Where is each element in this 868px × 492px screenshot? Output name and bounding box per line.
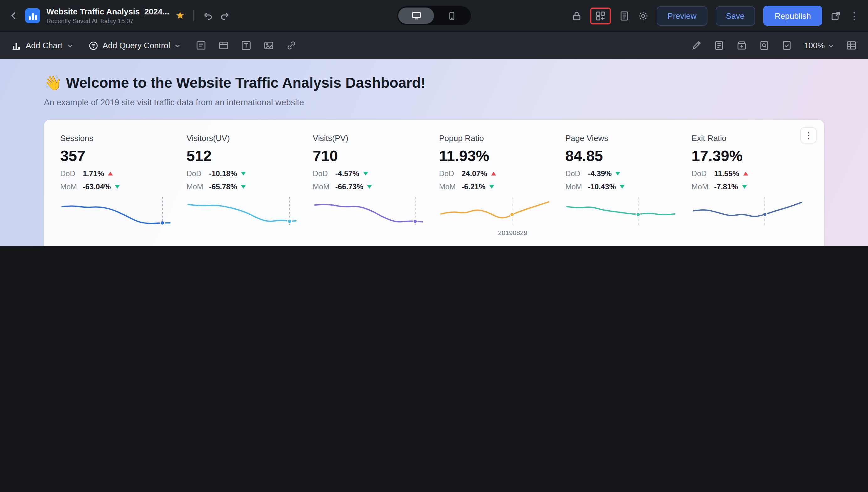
sparkline-date-annotation: 20190829 <box>498 229 527 236</box>
report-button[interactable] <box>714 40 724 51</box>
kpi-dod-row: DoD24.07% <box>439 169 565 178</box>
theme-button[interactable] <box>691 40 702 51</box>
kpi-card-menu-button[interactable]: ⋮ <box>800 127 817 144</box>
zoom-control[interactable]: 100% <box>804 41 835 50</box>
trend-up-icon <box>108 172 113 175</box>
grid-icon <box>846 40 857 51</box>
settings-button[interactable] <box>638 10 649 21</box>
kpi-card[interactable]: Sessions357DoD1.71%MoM-63.04% <box>60 133 187 240</box>
kpi-dod-row: DoD1.71% <box>60 169 187 178</box>
trend-down-icon <box>742 185 747 189</box>
chevron-down-icon <box>174 42 181 49</box>
lock-button[interactable] <box>572 10 582 21</box>
kpi-value: 84.85 <box>565 147 692 165</box>
text-icon <box>241 40 252 51</box>
mobile-mode-button[interactable] <box>434 7 470 24</box>
mom-value: -63.04% <box>83 182 111 191</box>
audit-button[interactable] <box>759 40 770 51</box>
mom-value: -10.43% <box>588 182 616 191</box>
mom-label: MoM <box>439 182 458 191</box>
link-icon <box>286 40 297 51</box>
media-card-icon <box>196 40 206 51</box>
dod-value: 11.55% <box>714 169 739 178</box>
kpi-mom-row: MoM-10.43% <box>565 182 692 191</box>
mom-label: MoM <box>691 182 710 191</box>
favorite-star-icon[interactable]: ★ <box>175 11 185 21</box>
kpi-label: Visits(PV) <box>313 133 439 143</box>
republish-button[interactable]: Republish <box>763 6 822 26</box>
kpi-sparkline <box>691 196 803 240</box>
preview-button[interactable]: Preview <box>657 6 707 25</box>
gear-icon <box>638 10 649 21</box>
add-chart-button[interactable]: Add Chart <box>11 41 73 50</box>
save-button[interactable]: Save <box>715 6 755 25</box>
phone-icon <box>447 11 456 20</box>
device-toggle[interactable] <box>397 6 471 25</box>
kpi-card[interactable]: Visitors(UV)512DoD-10.18%MoM-65.78% <box>187 133 313 240</box>
kpi-card[interactable]: Popup Ratio11.93%DoD24.07%MoM-6.21%20190… <box>439 133 565 240</box>
insert-tab-button[interactable] <box>218 40 229 51</box>
kpi-sparkline: 20190829 <box>439 196 550 240</box>
dod-value: 1.71% <box>83 169 104 178</box>
add-query-control-button[interactable]: Add Query Control <box>88 41 181 50</box>
kpi-mom-row: MoM-6.21% <box>439 182 565 191</box>
kpi-dod-row: DoD-4.39% <box>565 169 692 178</box>
grid-layout-button[interactable] <box>846 40 857 51</box>
dod-label: DoD <box>439 169 458 178</box>
chevron-down-icon <box>828 42 834 49</box>
mom-value: -65.78% <box>209 182 237 191</box>
welcome-title: 👋 Welcome to the Website Traffic Analysi… <box>44 59 824 92</box>
share-button[interactable] <box>830 10 841 21</box>
insert-link-button[interactable] <box>286 40 297 51</box>
notes-icon <box>714 40 724 51</box>
app-logo <box>25 8 40 23</box>
kpi-card[interactable]: Page Views84.85DoD-4.39%MoM-10.43% <box>565 133 692 240</box>
approve-button[interactable] <box>781 40 792 51</box>
divider <box>193 10 194 21</box>
bar-chart-icon <box>11 41 21 50</box>
kpi-grid: Sessions357DoD1.71%MoM-63.04%Visitors(UV… <box>60 133 818 240</box>
kpi-dod-row: DoD-10.18% <box>187 169 313 178</box>
kpi-mom-row: MoM-63.04% <box>60 182 187 191</box>
dod-value: -10.18% <box>209 169 237 178</box>
kpi-card[interactable]: Visits(PV)710DoD-4.57%MoM-66.73% <box>313 133 439 240</box>
top-bar: Website Traffic Analysis_2024... Recentl… <box>0 0 868 31</box>
dod-label: DoD <box>565 169 584 178</box>
kpi-dod-row: DoD11.55% <box>691 169 818 178</box>
trend-down-icon <box>241 172 246 175</box>
mom-value: -7.81% <box>714 182 738 191</box>
kpi-label: Popup Ratio <box>439 133 565 143</box>
kpi-label: Sessions <box>60 133 187 143</box>
insert-text-button[interactable] <box>241 40 252 51</box>
query-control-icon <box>88 41 98 50</box>
trend-down-icon <box>114 185 119 189</box>
insert-media-button[interactable] <box>196 40 206 51</box>
doc-search-icon <box>759 40 770 51</box>
more-menu-button[interactable]: ⋮ <box>849 10 859 22</box>
insert-image-button[interactable] <box>263 40 274 51</box>
chevron-left-icon <box>9 11 19 21</box>
package-button[interactable] <box>736 40 747 51</box>
archive-box-icon <box>736 40 747 51</box>
undo-icon <box>203 10 213 21</box>
welcome-subtitle: An example of 2019 site visit traffic da… <box>44 98 824 107</box>
mom-label: MoM <box>187 182 205 191</box>
back-button[interactable] <box>9 11 19 21</box>
desktop-mode-button[interactable] <box>398 7 434 24</box>
dod-label: DoD <box>313 169 331 178</box>
document-icon <box>619 10 630 21</box>
undo-button[interactable] <box>203 10 213 21</box>
mom-value: -6.21% <box>462 182 486 191</box>
dod-value: 24.07% <box>462 169 487 178</box>
component-library-button[interactable] <box>595 10 606 21</box>
dod-value: -4.57% <box>335 169 359 178</box>
mom-label: MoM <box>313 182 331 191</box>
kpi-card[interactable]: Exit Ratio17.39%DoD11.55%MoM-7.81% <box>691 133 818 240</box>
kpi-value: 357 <box>60 147 187 165</box>
external-link-icon <box>830 10 841 21</box>
zoom-level: 100% <box>804 41 825 50</box>
trend-down-icon <box>363 172 368 175</box>
kpi-label: Page Views <box>565 133 692 143</box>
page-settings-button[interactable] <box>619 10 630 21</box>
redo-button[interactable] <box>219 10 230 21</box>
